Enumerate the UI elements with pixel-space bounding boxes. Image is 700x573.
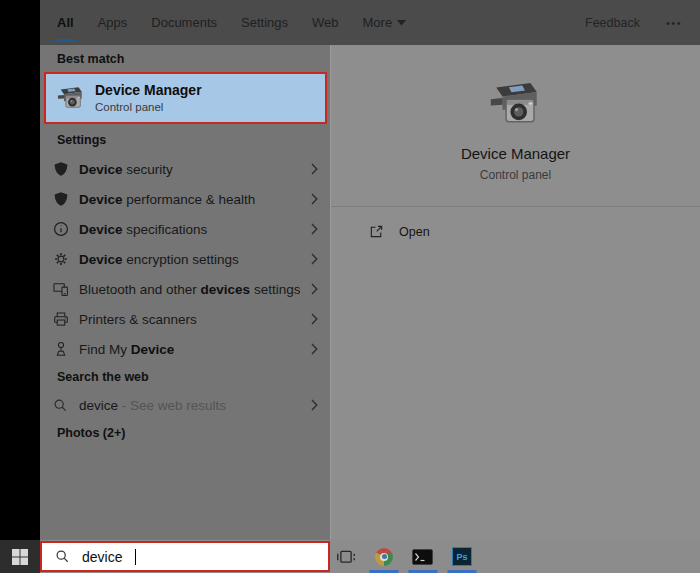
search-input[interactable]: device xyxy=(40,541,330,572)
chevron-right-icon xyxy=(311,399,318,411)
chevron-right-icon xyxy=(311,223,318,235)
devices-icon xyxy=(52,281,69,298)
result-label: Bluetooth and other devices settings xyxy=(79,282,300,297)
tab-settings[interactable]: Settings xyxy=(241,0,288,45)
search-input-value: device xyxy=(82,549,122,565)
shield-icon xyxy=(52,191,69,208)
search-icon xyxy=(52,397,69,414)
results-column: Best match xyxy=(40,45,330,540)
photos-section-header: Photos (2+) xyxy=(40,420,330,446)
chevron-right-icon xyxy=(311,313,318,325)
result-label: Device security xyxy=(79,162,173,177)
search-results-panel: Best match xyxy=(40,45,700,540)
chevron-right-icon xyxy=(311,163,318,175)
chevron-right-icon xyxy=(311,283,318,295)
result-find-my-device[interactable]: Find My Device xyxy=(40,334,330,364)
task-view-icon xyxy=(336,550,356,564)
best-match-item[interactable]: Device Manager Control panel xyxy=(44,72,327,124)
tab-apps[interactable]: Apps xyxy=(98,0,128,45)
device-manager-icon-large xyxy=(487,75,545,129)
tab-documents[interactable]: Documents xyxy=(151,0,217,45)
location-pin-icon xyxy=(52,341,69,358)
result-bluetooth-devices-settings[interactable]: Bluetooth and other devices settings xyxy=(40,274,330,304)
printer-icon xyxy=(52,311,69,328)
preview-title: Device Manager xyxy=(461,145,570,162)
taskbar: device xyxy=(0,540,700,573)
chrome-button[interactable] xyxy=(375,540,393,573)
device-manager-icon xyxy=(56,83,86,113)
gear-icon xyxy=(52,251,69,268)
best-match-title: Device Manager xyxy=(95,82,202,99)
shield-icon xyxy=(52,161,69,178)
more-options-button[interactable]: ••• xyxy=(666,17,682,29)
task-view-button[interactable] xyxy=(336,540,356,573)
photoshop-icon: Ps xyxy=(452,547,472,566)
tab-web[interactable]: Web xyxy=(312,0,339,45)
result-device-specifications[interactable]: Device specifications xyxy=(40,214,330,244)
chevron-right-icon xyxy=(311,343,318,355)
result-label: Device performance & health xyxy=(79,192,255,207)
open-external-icon xyxy=(369,224,384,239)
terminal-icon xyxy=(412,549,433,565)
preview-subtitle: Control panel xyxy=(480,168,551,182)
result-label: Device encryption settings xyxy=(79,252,239,267)
web-result-label: device - See web results xyxy=(79,398,226,413)
text-cursor xyxy=(135,549,136,565)
open-button-label: Open xyxy=(399,225,430,239)
chevron-right-icon xyxy=(311,193,318,205)
result-device-performance-health[interactable]: Device performance & health xyxy=(40,184,330,214)
tab-all[interactable]: All xyxy=(57,0,74,45)
info-icon xyxy=(52,221,69,238)
photoshop-button[interactable]: Ps xyxy=(452,540,472,573)
web-result-device[interactable]: device - See web results xyxy=(40,390,330,420)
tab-more[interactable]: More xyxy=(363,0,407,45)
feedback-link[interactable]: Feedback xyxy=(585,16,640,30)
search-web-section-header: Search the web xyxy=(40,364,330,390)
result-label: Device specifications xyxy=(79,222,207,237)
result-printers-scanners[interactable]: Printers & scanners xyxy=(40,304,330,334)
open-button[interactable]: Open xyxy=(331,207,700,239)
preview-pane: Device Manager Control panel Open xyxy=(330,45,700,540)
chevron-down-icon xyxy=(397,20,406,26)
search-filter-tabbar: All Apps Documents Settings Web More Fee… xyxy=(40,0,700,45)
settings-section-header: Settings xyxy=(40,124,330,154)
result-label: Printers & scanners xyxy=(79,312,197,327)
result-device-encryption-settings[interactable]: Device encryption settings xyxy=(40,244,330,274)
terminal-button[interactable] xyxy=(412,540,433,573)
taskbar-icons: Ps xyxy=(336,540,472,573)
best-match-subtitle: Control panel xyxy=(95,101,202,115)
best-match-text: Device Manager Control panel xyxy=(95,82,202,115)
windows-search-flyout: All Apps Documents Settings Web More Fee… xyxy=(0,0,700,573)
windows-logo-icon xyxy=(12,549,28,565)
best-match-header: Best match xyxy=(40,45,330,72)
start-button[interactable] xyxy=(0,540,40,573)
result-label: Find My Device xyxy=(79,342,174,357)
chrome-icon xyxy=(375,548,393,566)
chevron-right-icon xyxy=(311,253,318,265)
search-icon xyxy=(55,549,70,564)
result-device-security[interactable]: Device security xyxy=(40,154,330,184)
